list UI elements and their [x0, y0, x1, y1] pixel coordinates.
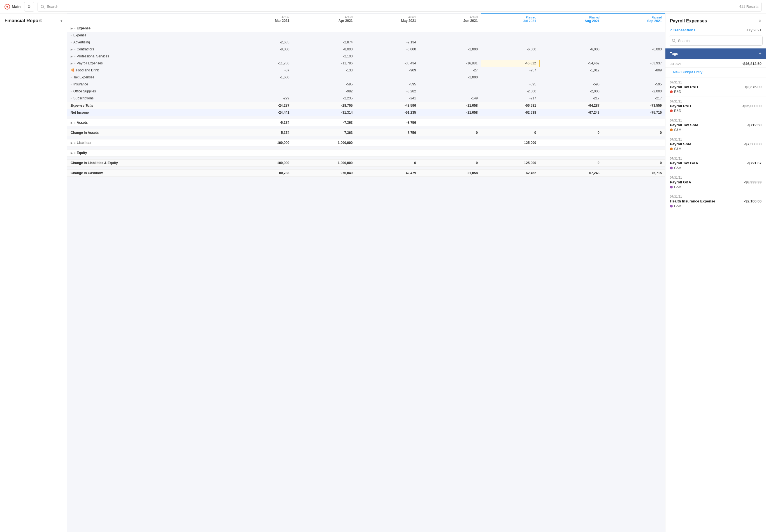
expand-icon[interactable]: ▶	[71, 141, 73, 144]
table-cell[interactable]: -6,000	[481, 46, 540, 53]
panel-tags-add-button[interactable]: +	[758, 51, 762, 57]
table-cell[interactable]	[231, 53, 292, 60]
table-cell[interactable]: -595	[356, 81, 420, 88]
table-cell[interactable]: -24,441	[231, 109, 292, 116]
table-cell[interactable]: 100,000	[231, 160, 292, 167]
table-cell[interactable]	[356, 32, 420, 39]
table-cell[interactable]: -2,635	[231, 39, 292, 46]
table-cell[interactable]: -217	[603, 95, 665, 102]
table-cell[interactable]: -8,756	[356, 119, 420, 126]
table-cell[interactable]: -48,596	[356, 102, 420, 109]
table-cell[interactable]: 0	[356, 160, 420, 167]
table-cell[interactable]	[356, 53, 420, 60]
transaction-item[interactable]: 07/31/21 Health Insurance Expense -$2,10…	[665, 192, 766, 211]
table-cell[interactable]	[420, 39, 481, 46]
table-cell[interactable]	[420, 53, 481, 60]
transaction-tag[interactable]: S&M	[670, 147, 762, 151]
table-cell[interactable]: -957	[481, 67, 540, 74]
table-cell[interactable]	[481, 150, 540, 157]
table-cell[interactable]	[293, 32, 356, 39]
table-cell[interactable]: 0	[540, 129, 603, 136]
table-cell[interactable]: 0	[603, 160, 665, 167]
table-cell[interactable]: -241	[356, 95, 420, 102]
transaction-item[interactable]: 07/31/21 Payroll R&D -$25,000.00 R&D	[665, 97, 766, 116]
table-row[interactable]: ≡Subscriptions-229-2,235-241-149-217-217…	[67, 95, 665, 102]
table-cell[interactable]	[420, 119, 481, 126]
panel-search-input[interactable]	[678, 39, 760, 43]
table-cell[interactable]: -2,134	[356, 39, 420, 46]
table-cell[interactable]: -27	[420, 67, 481, 74]
table-cell[interactable]: -982	[293, 88, 356, 95]
table-cell[interactable]: -67,243	[540, 170, 603, 177]
table-cell[interactable]: -2,874	[293, 39, 356, 46]
table-cell[interactable]: -37	[231, 67, 292, 74]
table-row[interactable]: ≡Tax Expenses-1,600-2,000	[67, 74, 665, 81]
table-cell[interactable]	[420, 81, 481, 88]
table-cell[interactable]	[540, 119, 603, 126]
table-cell[interactable]	[356, 74, 420, 81]
table-cell[interactable]	[540, 32, 603, 39]
table-cell[interactable]	[603, 25, 665, 32]
table-cell[interactable]	[540, 25, 603, 32]
table-cell[interactable]	[481, 53, 540, 60]
table-cell[interactable]	[481, 39, 540, 46]
table-cell[interactable]	[603, 119, 665, 126]
table-cell[interactable]: -2,000	[603, 88, 665, 95]
table-cell[interactable]: -6,000	[603, 46, 665, 53]
table-row[interactable]: ▶≡Assets-5,174-7,363-8,756	[67, 119, 665, 126]
table-cell[interactable]: -21,058	[420, 102, 481, 109]
transaction-tag[interactable]: G&A	[670, 166, 762, 170]
table-cell[interactable]: -149	[420, 95, 481, 102]
table-cell[interactable]	[231, 81, 292, 88]
table-cell[interactable]: 0	[540, 160, 603, 167]
expand-icon[interactable]: ▶	[71, 48, 73, 51]
table-cell[interactable]	[603, 150, 665, 157]
table-cell[interactable]	[481, 32, 540, 39]
table-cell[interactable]: -7,363	[293, 119, 356, 126]
table-cell[interactable]: -63,937	[603, 60, 665, 67]
table-cell[interactable]: -35,434	[356, 60, 420, 67]
topbar-search[interactable]: 411 Results	[38, 2, 762, 12]
table-cell[interactable]: -21,058	[420, 170, 481, 177]
expand-icon[interactable]: ▶	[71, 121, 73, 124]
transaction-tag[interactable]: R&D	[670, 109, 762, 113]
transaction-item[interactable]: 07/31/21 Payroll S&M -$7,500.00 S&M	[665, 135, 766, 154]
panel-search[interactable]	[669, 36, 763, 46]
table-cell[interactable]: 8,756	[356, 129, 420, 136]
table-cell[interactable]	[420, 88, 481, 95]
table-cell[interactable]: -595	[293, 81, 356, 88]
table-cell[interactable]: -2,000	[481, 88, 540, 95]
transaction-item[interactable]: 07/31/21 Payroll Tax S&M -$712.50 S&M	[665, 116, 766, 135]
transaction-item[interactable]: 07/31/21 Payroll Tax R&D -$2,375.00 R&D	[665, 78, 766, 97]
table-cell[interactable]	[481, 119, 540, 126]
table-cell[interactable]: -217	[481, 95, 540, 102]
table-row[interactable]: ≡Office Supplies-982-3,282-2,000-2,000-2…	[67, 88, 665, 95]
table-cell[interactable]: -595	[540, 81, 603, 88]
transaction-tag[interactable]: G&A	[670, 204, 762, 208]
expand-icon[interactable]: ▶	[71, 151, 73, 155]
table-cell[interactable]: 7,363	[293, 129, 356, 136]
table-cell[interactable]: 125,000	[481, 160, 540, 167]
table-cell[interactable]: -2,000	[540, 88, 603, 95]
table-cell[interactable]: -75,715	[603, 109, 665, 116]
table-cell[interactable]: -2,100	[293, 53, 356, 60]
table-cell[interactable]	[293, 25, 356, 32]
table-cell[interactable]	[231, 88, 292, 95]
table-cell[interactable]: -2,000	[420, 74, 481, 81]
table-cell[interactable]	[293, 150, 356, 157]
transaction-tag[interactable]: S&M	[670, 128, 762, 132]
table-cell[interactable]	[420, 150, 481, 157]
table-cell[interactable]: -8,000	[293, 46, 356, 53]
table-cell[interactable]: -6,000	[356, 46, 420, 53]
transaction-tag[interactable]: G&A	[670, 185, 762, 189]
table-cell[interactable]: -595	[603, 81, 665, 88]
table-cell[interactable]: -2,235	[293, 95, 356, 102]
transaction-item[interactable]: 07/31/21 Payroll Tax G&A -$791.67 G&A	[665, 154, 766, 173]
table-cell[interactable]: 1,000,000	[293, 139, 356, 146]
table-cell[interactable]: -73,559	[603, 102, 665, 109]
table-cell[interactable]: 100,000	[231, 139, 292, 146]
table-cell[interactable]: -1,600	[231, 74, 292, 81]
table-cell[interactable]: -56,581	[481, 102, 540, 109]
table-cell[interactable]: -51,235	[356, 109, 420, 116]
table-cell[interactable]: -11,786	[293, 60, 356, 67]
